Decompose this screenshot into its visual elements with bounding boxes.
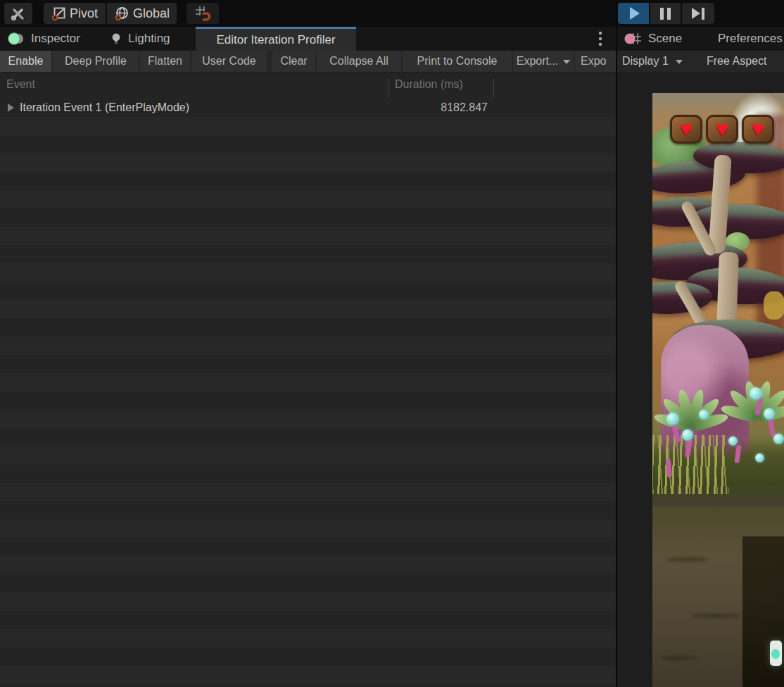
table-stripe-row xyxy=(0,446,616,465)
step-button[interactable] xyxy=(682,3,714,24)
coral-bulb xyxy=(755,453,764,462)
table-stripe-row xyxy=(0,629,616,648)
coral-bulb xyxy=(666,412,679,425)
heart-icon: ♥ xyxy=(752,118,764,139)
event-table: Event Duration (ms) Iteration Event 1 (E… xyxy=(0,73,616,687)
tab-lighting[interactable]: Lighting xyxy=(103,27,177,51)
game-view-panel: ♥♥♥ xyxy=(617,73,784,687)
rock-highlight xyxy=(764,291,784,320)
enable-button[interactable]: Enable xyxy=(0,51,51,72)
tab-options-kebab-button[interactable] xyxy=(591,30,609,48)
flatten-button[interactable]: Flatten xyxy=(140,51,190,72)
profiler-toolbar: Enable Deep Profile Flatten User Code Cl… xyxy=(0,51,616,73)
global-label: Global xyxy=(133,6,170,21)
tab-lighting-label: Lighting xyxy=(128,32,170,46)
glowing-pickup xyxy=(770,641,782,666)
display-label: Display 1 xyxy=(622,55,669,68)
collapse-all-button[interactable]: Collapse All xyxy=(317,51,401,72)
tab-scene-label: Scene xyxy=(648,32,682,46)
chevron-down-icon xyxy=(563,60,570,64)
table-stripe-row xyxy=(0,391,616,410)
table-stripe-row xyxy=(0,465,616,483)
deep-profile-label: Deep Profile xyxy=(65,55,127,68)
table-stripe-row xyxy=(0,593,616,611)
collapse-all-label: Collapse All xyxy=(329,55,388,68)
table-stripe-row xyxy=(0,538,616,556)
main-toolbar: Pivot Global xyxy=(0,0,784,27)
event-table-header: Event Duration (ms) xyxy=(0,73,616,99)
heart-icon: ♥ xyxy=(716,118,728,139)
table-stripe-row xyxy=(0,501,616,519)
user-code-button[interactable]: User Code xyxy=(191,51,267,72)
table-stripe-row xyxy=(0,574,616,593)
export-label: Export... xyxy=(517,55,559,68)
heart-icon: ♥ xyxy=(680,118,693,139)
display-dropdown[interactable]: Display 1 xyxy=(622,51,704,72)
table-stripe-row xyxy=(0,684,616,687)
table-stripe-row xyxy=(0,282,616,300)
tab-inspector-label: Inspector xyxy=(31,32,80,46)
table-stripe-row xyxy=(0,336,616,355)
tab-editor-iteration-profiler[interactable]: Editor Iteration Profiler xyxy=(196,27,356,51)
tab-inspector[interactable]: Inspector xyxy=(0,27,87,51)
tab-eip-label: Editor Iteration Profiler xyxy=(216,33,335,47)
table-stripe-row xyxy=(0,300,616,318)
pivot-toggle-button[interactable]: Pivot xyxy=(44,3,106,24)
table-stripe-row xyxy=(0,648,616,666)
play-button[interactable] xyxy=(618,3,649,24)
dirt-streak xyxy=(691,614,740,618)
heart-frame: ♥ xyxy=(706,115,738,144)
chevron-down-icon xyxy=(676,60,683,64)
coral-bulb xyxy=(728,436,738,446)
table-stripe-row xyxy=(0,190,616,208)
table-stripe-row xyxy=(0,172,616,190)
table-stripe-row xyxy=(0,245,616,263)
event-name: Iteration Event 1 (EnterPlayMode) xyxy=(20,101,189,114)
transform-tools-icon xyxy=(10,5,27,22)
lightbulb-icon xyxy=(110,32,122,46)
scene-grid-icon xyxy=(624,32,643,46)
export-clipped-button[interactable]: Expo xyxy=(575,51,616,72)
hearts-container: ♥♥♥ xyxy=(670,115,774,144)
table-stripe-row xyxy=(0,519,616,538)
inspector-sphere-icon xyxy=(7,32,25,46)
deep-profile-button[interactable]: Deep Profile xyxy=(53,51,139,72)
heart-frame: ♥ xyxy=(742,115,774,144)
kebab-menu-icon xyxy=(598,31,602,46)
clear-button[interactable]: Clear xyxy=(272,51,315,72)
pause-icon xyxy=(660,8,671,20)
table-row[interactable]: Iteration Event 1 (EnterPlayMode) 8182.8… xyxy=(0,99,616,117)
globe-icon xyxy=(114,6,130,22)
event-table-body: Iteration Event 1 (EnterPlayMode) 8182.8… xyxy=(0,99,616,687)
pivot-rect-icon xyxy=(51,6,67,21)
table-stripe-row xyxy=(0,355,616,373)
tab-strip: Inspector Lighting Editor Iteration Prof… xyxy=(0,27,784,51)
clear-label: Clear xyxy=(280,55,307,68)
export-dropdown-button[interactable]: Export... xyxy=(513,51,574,72)
step-forward-icon xyxy=(692,8,704,20)
table-stripe-row xyxy=(0,318,616,336)
transform-tools-button[interactable] xyxy=(4,3,32,24)
foldout-arrow-icon[interactable] xyxy=(8,103,14,112)
table-stripe-row xyxy=(0,153,616,172)
dirt-streak xyxy=(659,656,698,660)
global-toggle-button[interactable]: Global xyxy=(107,3,177,24)
grid-snap-button[interactable] xyxy=(186,3,219,24)
game-viewport[interactable]: ♥♥♥ xyxy=(652,93,784,687)
enable-label: Enable xyxy=(8,55,44,68)
heart-frame: ♥ xyxy=(670,115,702,144)
table-stripe-row xyxy=(0,483,616,501)
tab-scene[interactable]: Scene xyxy=(617,27,689,51)
tab-preferences[interactable]: Preferences xyxy=(705,27,784,51)
coral-bulb xyxy=(764,408,775,420)
column-separator xyxy=(493,79,494,98)
table-stripe-row xyxy=(0,135,616,153)
event-duration: 8182.847 xyxy=(388,99,488,117)
dirt-streak xyxy=(666,557,709,562)
print-to-console-button[interactable]: Print to Console xyxy=(403,51,512,72)
column-header-event: Event xyxy=(6,78,35,91)
game-view-toolbar: Display 1 Free Aspect xyxy=(617,51,784,73)
pivot-label: Pivot xyxy=(70,6,98,21)
pause-button[interactable] xyxy=(650,3,681,24)
aspect-dropdown[interactable]: Free Aspect xyxy=(707,51,784,72)
